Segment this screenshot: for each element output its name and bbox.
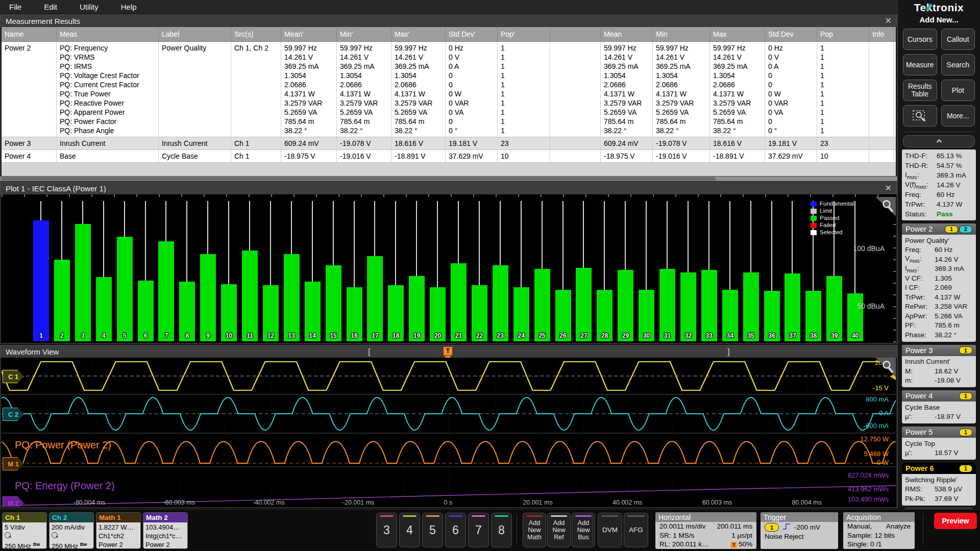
zoom-corner-icon[interactable] (872, 197, 896, 220)
badge-row-label: Pk-Pk: (905, 495, 935, 503)
horizontal-value: RL: 200.011 k… (659, 540, 709, 548)
trigger-flag-icon: T (731, 542, 737, 548)
afg-button[interactable]: AFG (624, 513, 648, 547)
badge-header[interactable]: Power 51 (902, 427, 976, 438)
channel-badge-math1[interactable]: Math 11.8227 W…Ch1*ch2Power 2 (96, 512, 141, 549)
table-cell: Base (57, 150, 159, 162)
channel-button-6[interactable]: 6 (445, 513, 466, 547)
readout-label: THD-R: (905, 162, 937, 169)
bar-harmonic[interactable] (785, 273, 800, 341)
bar-number-label: 24 (513, 332, 529, 339)
measurement-badge-power-5[interactable]: Power 51Cycle Topµ':18.57 V (902, 427, 976, 460)
bar-fundamental-selected[interactable] (33, 220, 49, 341)
badge-row: Freq:60 Hz (905, 245, 973, 255)
bar-harmonic[interactable] (326, 265, 341, 341)
badge-header[interactable]: Power 212 (902, 223, 976, 235)
bar-harmonic[interactable] (117, 237, 133, 341)
menu-item-file[interactable]: File (9, 3, 21, 11)
table-row[interactable]: Power 4BaseCycle BaseCh 1-18.975 V-19.01… (2, 150, 896, 163)
badge-header[interactable]: Power 61 (902, 463, 976, 474)
table-row[interactable]: Power 2PQ: FrequencyPQ: VRMSPQ: IRMSPQ: … (2, 42, 896, 137)
add-new-ref-button[interactable]: AddNewRef (547, 513, 571, 547)
scroll-up-button[interactable] (903, 135, 975, 147)
limit-marker (437, 201, 438, 288)
bar-harmonic[interactable] (242, 251, 258, 341)
badge-row: Phase:38.22 ° (905, 330, 973, 340)
badge-row-label: Cycle Top (905, 440, 935, 447)
badge-title: Power 6 (905, 464, 934, 472)
zoom-corner-icon[interactable] (872, 358, 896, 381)
bar-harmonic[interactable] (54, 260, 70, 341)
bar-harmonic[interactable] (701, 270, 717, 341)
trigger-position-flag[interactable]: T (444, 347, 452, 355)
bar-harmonic[interactable] (75, 224, 91, 341)
table-row[interactable]: Power 3Inrush CurrentInrush CurrentCh 16… (2, 137, 896, 150)
menu-item-help[interactable]: Help (121, 3, 137, 11)
badge-header[interactable]: Power 31 (902, 345, 976, 356)
bar-harmonic[interactable] (493, 265, 508, 341)
bar-harmonic[interactable] (409, 276, 425, 341)
horizontal-scrollbar[interactable] (0, 177, 897, 181)
time-axis-label: 40.002 ms (612, 499, 642, 506)
waveform-graticule[interactable]: C 120 V-15 VC 2800 mA0 A-600 mAM 112.750… (2, 358, 896, 507)
badge-row-value: 1.305 (935, 274, 952, 282)
bar-harmonic[interactable] (367, 256, 383, 341)
bar-harmonic[interactable] (743, 272, 759, 341)
scrollbar-thumb[interactable] (1, 177, 716, 181)
bar-harmonic[interactable] (284, 254, 300, 341)
power-readout-panel[interactable]: THD-F:65.13 %THD-R:54.57 %IRMS:369.3 mAV… (902, 149, 976, 220)
horizontal-panel[interactable]: Horizontal20.0011 ms/div200.011 msSR: 1 … (655, 512, 756, 549)
measurement-badge-power-2[interactable]: Power 212Power Quality'Freq:60 HzVRMS:14… (902, 223, 976, 342)
table-cell: Power 3 (2, 137, 57, 149)
badge-header[interactable]: Power 41 (902, 390, 976, 402)
sidebar-button-more-[interactable]: More... (941, 105, 975, 127)
measurement-badge-power-3[interactable]: Power 31Inrush Current'M:18.62 Vm:-19.08… (902, 345, 976, 388)
harmonics-bar-chart[interactable]: 1234567891011121314151617181920212223242… (2, 194, 896, 342)
menu-item-edit[interactable]: Edit (44, 3, 57, 11)
menu-item-utility[interactable]: Utility (80, 3, 99, 11)
table-cell: 59.997 Hz14.261 V369.25 mA1.30542.06864.… (653, 42, 710, 137)
bar-harmonic[interactable] (200, 254, 216, 341)
table-cell: 1111111111 (817, 42, 869, 137)
bar-harmonic[interactable] (534, 269, 550, 341)
source-badges: 12 (945, 226, 972, 233)
legend-swatch (811, 223, 817, 228)
close-icon[interactable]: ✕ (885, 16, 892, 26)
channel-button-8[interactable]: 8 (491, 513, 512, 547)
table-cell: Power Quality (159, 42, 231, 137)
bar-harmonic[interactable] (451, 263, 467, 341)
trigger-panel[interactable]: Trigger1-200 mVNoise Reject (761, 512, 838, 549)
dvm-button[interactable]: DVM (598, 513, 622, 547)
limit-marker (688, 201, 689, 272)
sidebar-button-measure[interactable]: Measure (903, 54, 937, 76)
bar-harmonic[interactable] (680, 272, 696, 341)
channel-badge-math2[interactable]: Math 2103.4904…Intg(ch1*c…Power 2 (143, 512, 188, 549)
acquisition-panel[interactable]: AcquisitionManual,AnalyzeSample: 12 bits… (843, 512, 915, 549)
close-icon[interactable]: ✕ (885, 183, 892, 193)
bar-harmonic[interactable] (158, 241, 174, 341)
channel-badge-ch1[interactable]: Ch 15 V/div250 MHz Bw (2, 512, 47, 549)
channel-button-5[interactable]: 5 (422, 513, 443, 547)
measurement-badge-power-6[interactable]: Power 61Switching Ripple'RMS:538.9 µVPk-… (902, 463, 976, 506)
sidebar-button-search[interactable]: Search (941, 54, 975, 76)
zoom-select-button[interactable] (903, 105, 937, 127)
sidebar-button-plot[interactable]: Plot (941, 80, 975, 101)
badge-row: Switching Ripple' (905, 475, 973, 485)
bar-harmonic[interactable] (618, 270, 633, 341)
limit-marker (458, 201, 459, 263)
bar-harmonic[interactable] (826, 276, 842, 341)
channel-button-7[interactable]: 7 (468, 513, 489, 547)
channel-badge-ch2[interactable]: Ch 2200 mA/div250 MHz Bw (49, 512, 94, 549)
bar-number-label: 1 (33, 332, 49, 339)
sidebar-button-callout[interactable]: Callout (941, 29, 975, 50)
sidebar-button-results-table[interactable]: Results Table (903, 80, 937, 101)
channel-button-3[interactable]: 3 (376, 513, 397, 547)
measurement-badge-power-4[interactable]: Power 41Cycle Baseµ':-18.97 V (902, 390, 976, 423)
bar-harmonic[interactable] (576, 268, 592, 341)
sidebar-button-cursors[interactable]: Cursors (903, 29, 937, 50)
add-new-math-button[interactable]: AddNewMath (523, 513, 546, 547)
table-cell: 1111111111 (498, 42, 550, 137)
bar-harmonic[interactable] (659, 269, 675, 341)
preview-button[interactable]: Preview (934, 513, 977, 529)
channel-button-4[interactable]: 4 (399, 513, 420, 547)
